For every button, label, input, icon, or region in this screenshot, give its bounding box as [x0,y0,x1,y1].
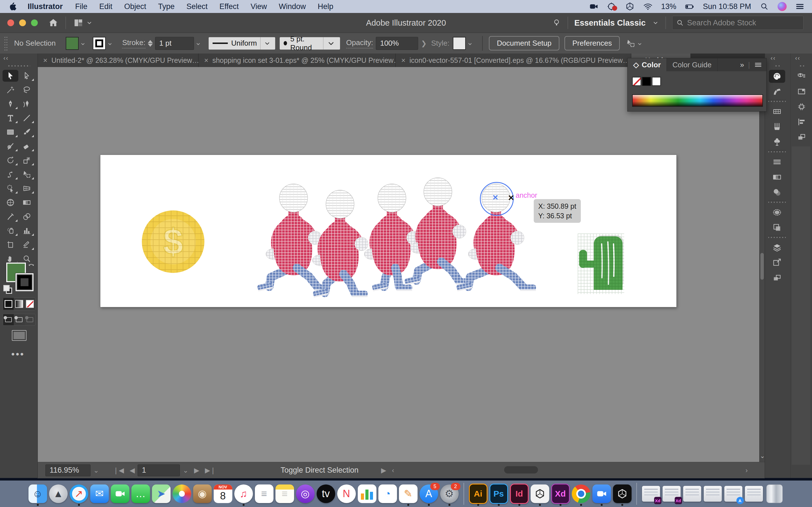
swatch-black[interactable] [642,77,651,86]
status-tray-label[interactable]: Toggle Direct Selection [281,466,358,474]
dock-news[interactable]: N [337,485,356,503]
puppet-warp-tool[interactable] [3,168,18,180]
shape-builder-tool[interactable] [3,182,18,194]
zoom-window-button[interactable] [31,19,38,26]
chevron-down-icon[interactable] [467,40,473,47]
canvas[interactable]: $ ✕ ✕ anchor X: 350.89 pt Y: 36.53 pt ⌄ [38,67,765,462]
dock-app-store[interactable]: A5 [419,485,438,503]
menu-type[interactable]: Type [158,2,175,11]
appearance-panel-icon[interactable] [769,206,785,219]
menu-window[interactable]: Window [279,2,306,11]
dock-minimized-window[interactable] [745,485,763,503]
scroll-down-icon[interactable]: ⌄ [760,452,765,460]
transparency-panel-icon[interactable] [769,186,785,199]
artboard-tool[interactable] [3,239,18,251]
dock-safari[interactable]: ↗ [70,485,88,503]
dock-unity-hub[interactable] [530,485,549,503]
gpu-performance-icon[interactable] [552,18,561,27]
unity-status-icon[interactable] [625,2,635,11]
dock-pages[interactable]: ✎ [399,485,417,503]
draw-behind-button[interactable] [14,314,24,325]
dock-music[interactable]: ♫ [234,485,253,503]
stroke-weight-stepper[interactable] [148,40,153,47]
panel-group-divider[interactable] [768,150,786,153]
direct-selection-tool[interactable] [19,70,35,82]
dock-zoom-app[interactable] [592,485,611,503]
tab-close-icon[interactable]: × [204,56,208,65]
libraries-panel-icon[interactable] [794,85,810,98]
menu-select[interactable]: Select [186,2,207,11]
tab-color[interactable]: ◇ Color [627,58,667,71]
battery-icon[interactable] [685,2,695,11]
previous-artboard-button[interactable]: ◀ [130,466,135,474]
layers-panel-icon[interactable] [769,241,785,254]
toolbar-drag-handle[interactable] [7,64,30,68]
scroll-right-icon[interactable]: › [746,466,748,474]
cactus-artwork[interactable] [578,233,624,294]
screen-record-icon[interactable] [589,2,599,11]
dock-finder[interactable]: ☺ [29,485,47,503]
line-segment-tool[interactable] [19,112,35,124]
dock-drag-handle[interactable] [774,64,779,68]
arrange-documents-button[interactable] [73,18,84,28]
status-tray-menu-icon[interactable]: ▶ [381,466,386,474]
siri-icon[interactable] [777,2,786,11]
dock-calendar[interactable]: NOV8 [214,485,232,503]
color-panel-icon[interactable] [769,70,785,83]
dock-adobe-xd[interactable]: Xd [551,485,570,503]
menu-file[interactable]: File [75,2,88,11]
pen-tool[interactable] [3,98,18,110]
coin-artwork[interactable]: $ [141,210,205,274]
menu-view[interactable]: View [251,2,267,11]
menu-app-name[interactable]: Illustrator [28,2,63,11]
dock-messages[interactable]: … [132,485,150,503]
color-spectrum-bar[interactable] [632,94,763,107]
pathfinder-panel-icon[interactable] [769,272,785,284]
paint-none-button[interactable] [24,298,35,310]
eyedropper-tool[interactable] [3,211,18,223]
dock-mail[interactable]: ✉ [90,485,109,503]
chevron-down-icon[interactable] [86,19,93,26]
gradient-panel-icon[interactable] [769,171,785,184]
curvature-tool[interactable] [19,98,35,110]
dock-facetime[interactable] [111,485,130,503]
menu-effect[interactable]: Effect [219,2,239,11]
dock-numbers[interactable] [358,485,376,503]
dock-trash[interactable] [765,485,784,503]
minimize-window-button[interactable] [19,19,26,26]
spotlight-search-icon[interactable] [760,2,769,11]
panel-menu-icon[interactable] [754,61,762,69]
properties-panel-icon[interactable] [794,70,810,83]
zoom-level-field[interactable]: 116.95% [45,464,91,476]
chevron-down-icon[interactable]: ⌄ [183,466,188,474]
stroke-label[interactable]: Stroke: [122,38,145,48]
dock-reminders[interactable]: ≡ [255,485,273,503]
chevron-down-icon[interactable] [195,40,201,47]
swatch-white[interactable] [652,77,661,86]
free-transform-tool[interactable] [19,168,35,180]
next-artboard-button[interactable]: ▶ [194,466,199,474]
last-artboard-button[interactable]: ▶❘ [205,466,216,474]
fill-color-swatch[interactable] [66,37,79,50]
dock-system-preferences[interactable]: ⚙2 [440,485,459,503]
paint-color-button[interactable] [3,298,14,310]
selection-tool[interactable] [3,70,18,82]
column-graph-tool[interactable] [19,225,35,237]
stroke-weight-field[interactable]: 1 pt [155,37,194,50]
expand-panels-button[interactable]: ‹‹ [792,54,811,62]
document-setup-button[interactable]: Document Setup [489,36,559,50]
recording-status-icon[interactable] [607,2,617,11]
notification-center-icon[interactable] [795,2,805,11]
dock-launchpad[interactable]: ▲ [49,485,68,503]
change-screen-mode-button[interactable] [12,330,27,341]
chevron-down-icon[interactable] [107,40,113,47]
collapse-toolbar-button[interactable]: ‹‹ [0,54,38,62]
pathfinder-panel-icon[interactable] [794,131,810,144]
menu-clock[interactable]: Sun 10:58 PM [703,2,751,11]
asset-export-panel-icon[interactable] [769,256,785,269]
vertical-scrollbar[interactable]: ⌄ [759,67,765,462]
document-tab[interactable]: ×icon0-vector-557-01 [Converted].eps @ 1… [396,54,631,67]
panel-expand-icon[interactable]: » [740,61,744,69]
stock-search-input[interactable] [687,18,781,27]
adobe-stock-search[interactable] [672,16,804,30]
